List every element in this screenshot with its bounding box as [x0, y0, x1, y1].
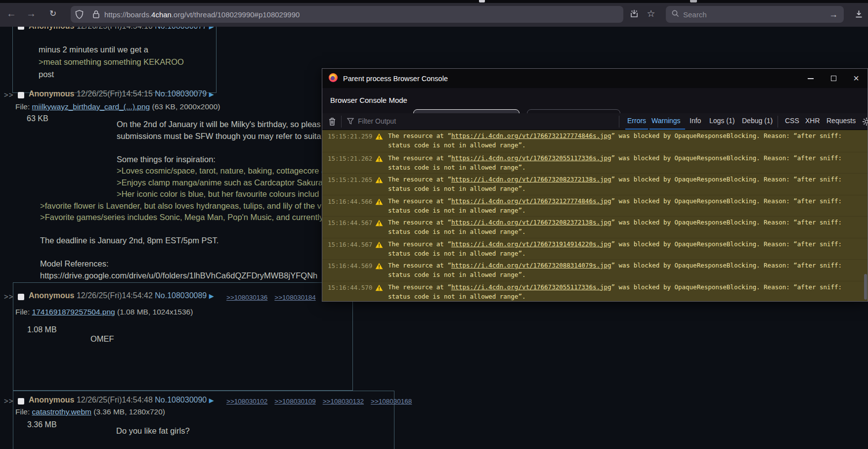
- backlink[interactable]: >>108030136: [226, 294, 267, 301]
- file-meta: (3.36 MB, 1280x720): [93, 407, 165, 416]
- url-prefix: https://boards.: [104, 10, 151, 19]
- log-message-line1: The resource at “https://i.4cdn.org/vt/1…: [388, 176, 863, 183]
- log-message-line2: status code is not in allowed range”.: [388, 228, 525, 235]
- maximize-button[interactable]: [822, 69, 845, 88]
- settings-gear-icon[interactable]: [862, 117, 868, 128]
- search-bar[interactable]: Search →: [666, 6, 844, 23]
- console-titlebar[interactable]: Parent process Browser Console ×: [322, 69, 868, 88]
- post-079-header: Anonymous 12/26/25(Fri)14:54:15 No.10803…: [29, 90, 214, 98]
- log-timestamp: 15:16:44.567: [328, 219, 372, 226]
- blocked-resource-link[interactable]: https://i.4cdn.org/vt/1766732127774846s.…: [451, 132, 611, 139]
- url-text[interactable]: https://boards.4chan.org/vt/thread/10802…: [104, 10, 300, 19]
- tab-xhr[interactable]: XHR: [805, 117, 820, 125]
- broken-thumbnail-alt[interactable]: 3.36 MB: [27, 420, 57, 429]
- backlink[interactable]: >>108030102: [226, 398, 267, 405]
- post-body-line: >Her iconic color is blue, but her favou…: [40, 188, 326, 200]
- console-messages-list[interactable]: 15:15:21.259The resource at “https://i.4…: [322, 130, 868, 301]
- file-link[interactable]: miilkywayz_birthday_card_(...).png: [32, 102, 150, 111]
- log-message-line2: status code is not in allowed range”.: [388, 207, 525, 214]
- downloads-button[interactable]: [850, 5, 867, 22]
- tab-logs[interactable]: Logs (1): [709, 117, 735, 125]
- backlink[interactable]: >>108030168: [371, 398, 412, 405]
- post-body-line: Model References:: [40, 258, 326, 270]
- shield-icon[interactable]: [71, 10, 87, 19]
- post-menu-arrow-icon[interactable]: ▶: [209, 90, 214, 98]
- save-page-button[interactable]: [626, 5, 643, 22]
- toolbar-separator: [341, 116, 342, 128]
- tab-requests[interactable]: Requests: [826, 117, 856, 125]
- poster-name: Anonymous: [29, 396, 74, 404]
- log-timestamp: 15:15:21.262: [328, 155, 372, 162]
- console-warning-row[interactable]: 15:16:44.567The resource at “https://i.4…: [322, 238, 868, 260]
- search-placeholder[interactable]: Search: [683, 10, 829, 19]
- back-button[interactable]: ←: [3, 5, 20, 22]
- search-icon: [672, 10, 679, 19]
- tab-info[interactable]: Info: [690, 117, 701, 125]
- console-warning-row[interactable]: 15:16:44.570The resource at “https://i.4…: [322, 281, 868, 302]
- post-menu-arrow-icon[interactable]: ▶: [209, 397, 214, 404]
- blocked-resource-link[interactable]: https://i.4cdn.org/vt/1766732127774846s.…: [451, 197, 611, 205]
- blocked-resource-link[interactable]: https://i.4cdn.org/vt/1766731914914220s.…: [451, 240, 611, 248]
- post-body-line: post: [39, 68, 184, 81]
- post-number-link[interactable]: No.108030089: [155, 291, 207, 300]
- search-go-arrow-icon[interactable]: →: [829, 9, 838, 20]
- warning-icon: [375, 219, 383, 228]
- file-meta: (63 KB, 2000x2000): [152, 102, 220, 111]
- backlink[interactable]: >>108030109: [274, 398, 315, 405]
- url-bar[interactable]: https://boards.4chan.org/vt/thread/10802…: [71, 6, 623, 23]
- warning-icon: [375, 176, 383, 185]
- blocked-resource-link[interactable]: https://i.4cdn.org/vt/1766732082372138s.…: [451, 219, 611, 226]
- file-meta: (1.08 MB, 1024x1536): [117, 308, 193, 316]
- blocked-resource-link[interactable]: https://i.4cdn.org/vt/1766732082372138s.…: [451, 176, 611, 183]
- post-089-fileline: File: 1741691879257504.png (1.08 MB, 102…: [15, 308, 193, 316]
- console-warning-row[interactable]: 15:15:21.262The resource at “https://i.4…: [322, 152, 868, 174]
- tab-fragment[interactable]: [690, 0, 697, 2]
- tab-fragment[interactable]: [479, 0, 485, 2]
- file-link[interactable]: 1741691879257504.png: [32, 308, 115, 316]
- console-mode-row: Browser Console Mode Parent process only…: [322, 88, 868, 113]
- tab-css[interactable]: CSS: [785, 117, 799, 125]
- post-body-line: [40, 224, 326, 235]
- console-warning-row[interactable]: 15:15:21.259The resource at “https://i.4…: [322, 130, 868, 152]
- minimize-icon: [808, 78, 814, 79]
- blocked-resource-link[interactable]: https://i.4cdn.org/vt/1766732088314079s.…: [451, 262, 611, 269]
- log-message-line2: status code is not in allowed range”.: [388, 293, 525, 300]
- console-warning-row[interactable]: 15:16:44.566The resource at “https://i.4…: [322, 195, 868, 217]
- filter-output-input[interactable]: Filter Output: [358, 117, 396, 125]
- blocked-resource-link[interactable]: https://i.4cdn.org/vt/1766732055117336s.…: [451, 283, 611, 291]
- file-link[interactable]: catastrothy.webm: [32, 407, 91, 416]
- forward-button[interactable]: →: [23, 5, 40, 22]
- post-079-checkbox[interactable]: [18, 92, 24, 98]
- broken-thumbnail-alt[interactable]: 1.08 MB: [27, 325, 57, 334]
- tab-errors[interactable]: Errors: [627, 117, 646, 125]
- screen: Anonymous 12/26/25(Fri)14:54:10 No.10803…: [0, 0, 868, 449]
- tab-warnings[interactable]: Warnings: [651, 117, 681, 125]
- console-warning-row[interactable]: 15:15:21.265The resource at “https://i.4…: [322, 173, 868, 195]
- browser-console-window: Parent process Browser Console × Browser…: [322, 68, 868, 302]
- tab-warnings-underline: [650, 129, 685, 130]
- post-090-checkbox[interactable]: [18, 398, 24, 404]
- tab-debug[interactable]: Debug (1): [742, 117, 773, 125]
- console-warning-row[interactable]: 15:16:44.569The resource at “https://i.4…: [322, 259, 868, 281]
- close-button[interactable]: ×: [845, 69, 868, 88]
- backlink[interactable]: >>108030132: [323, 398, 364, 405]
- post-menu-arrow-icon[interactable]: ▶: [209, 292, 214, 300]
- reload-button[interactable]: ↻: [44, 5, 61, 22]
- blocked-resource-link[interactable]: https://i.4cdn.org/vt/1766732055117336s.…: [451, 154, 611, 162]
- warning-icon: [375, 241, 383, 250]
- log-timestamp: 15:16:44.570: [328, 284, 372, 291]
- log-timestamp: 15:16:44.567: [328, 241, 372, 248]
- console-warning-row[interactable]: 15:16:44.567The resource at “https://i.4…: [322, 216, 868, 238]
- post-number-link[interactable]: No.108030079: [155, 90, 207, 98]
- post-089-checkbox[interactable]: [18, 294, 24, 300]
- bookmark-button[interactable]: ☆: [643, 5, 659, 22]
- tab-strip: [0, 0, 868, 3]
- scrollbar-thumb[interactable]: [864, 274, 867, 300]
- backlink[interactable]: >>108030184: [274, 294, 315, 301]
- lock-icon[interactable]: [87, 10, 104, 19]
- minimize-button[interactable]: [799, 69, 822, 88]
- browser-toolbar: ← → ↻ https://boards.4chan.org/vt/thread…: [0, 0, 868, 27]
- post-date: 12/26/25(Fri)14:54:48: [77, 396, 153, 404]
- clear-console-button[interactable]: [327, 117, 338, 127]
- post-number-link[interactable]: No.108030090: [155, 396, 207, 404]
